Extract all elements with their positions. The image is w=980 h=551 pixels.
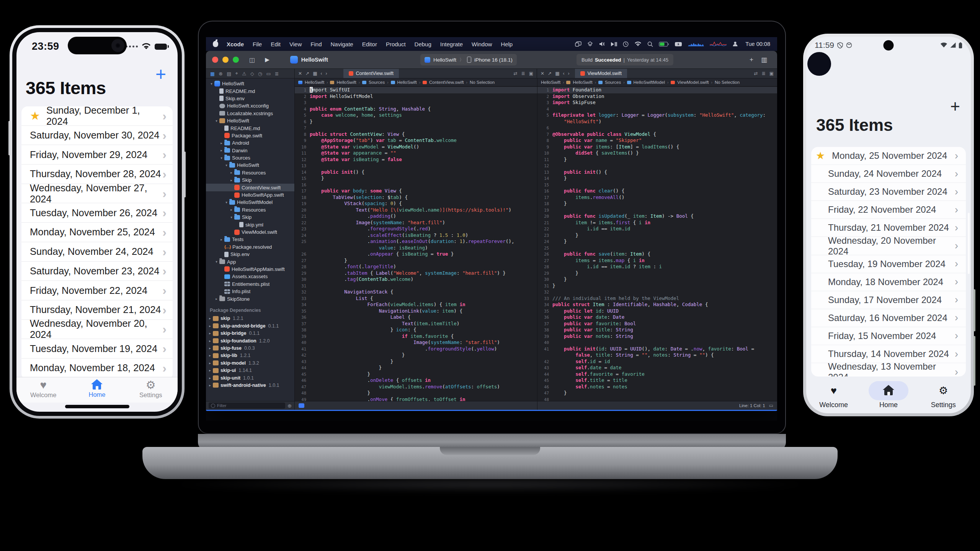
code-line[interactable]: 28 i.id == item.id ? item : i	[537, 264, 777, 270]
code-line[interactable]: 14 }	[537, 175, 777, 182]
menu-item-edit[interactable]: Edit	[271, 41, 281, 47]
file-tree-row[interactable]: HelloSwiftAppMain.swift	[206, 266, 294, 273]
windows-icon[interactable]	[575, 41, 581, 47]
disclosure-open-icon[interactable]: ▾	[224, 163, 229, 167]
filter-field[interactable]: Filter	[209, 403, 285, 409]
code-line[interactable]: 36 Label {	[295, 314, 537, 321]
file-tree-row[interactable]: ViewModel.swift	[206, 228, 294, 236]
wifi-icon[interactable]	[634, 41, 642, 47]
cpu-graph-icon[interactable]	[688, 41, 704, 47]
code-line[interactable]: 23 }	[537, 232, 777, 239]
code-line[interactable]: 17 public var body: some View {	[295, 188, 537, 194]
forward-icon[interactable]: ›	[568, 71, 569, 76]
disclosure-closed-icon[interactable]: ▸	[207, 354, 212, 357]
disclosure-open-icon[interactable]: ▾	[209, 82, 214, 86]
code-line[interactable]: 10 @State var viewModel = ViewModel()	[295, 144, 537, 150]
list-item[interactable]: ★Monday, 25 November 2024›	[811, 147, 966, 165]
tests-icon[interactable]: ◇	[250, 71, 254, 77]
file-tree-row[interactable]: Skip.env	[206, 251, 294, 258]
code-line[interactable]: 26 .onAppear { isBeating = true }	[295, 251, 537, 258]
package-row[interactable]: ▸skip-lib1.2.1	[206, 352, 294, 359]
code-line[interactable]: 27 }	[295, 258, 537, 264]
code-line[interactable]: 46 self.notes = notes	[537, 384, 777, 390]
list-item[interactable]: Wednesday, 20 November 2024›	[811, 236, 966, 254]
profiles-icon[interactable]	[732, 41, 738, 47]
tab-home[interactable]: Home	[861, 379, 916, 412]
file-tree-row[interactable]: ▾HelloSwift	[206, 80, 294, 87]
disclosure-closed-icon[interactable]: ▸	[229, 178, 234, 182]
file-tree-row[interactable]: HelloSwift.xcconfig	[206, 102, 294, 109]
code-line[interactable]: 11 }	[537, 156, 777, 163]
code-line[interactable]: 45 }	[295, 371, 537, 378]
code-line[interactable]: 21 item != items.first { i in	[537, 220, 777, 226]
tab-settings[interactable]: ⚙Settings	[124, 377, 178, 403]
code-line[interactable]: 42 }	[295, 352, 537, 359]
disclosure-closed-icon[interactable]: ▸	[229, 171, 234, 174]
code-line[interactable]: "HelloSwift")	[537, 119, 777, 125]
disclosure-closed-icon[interactable]: ▸	[207, 376, 212, 380]
code-line[interactable]: 9 @AppStorage("tab") var tab = ContentTa…	[295, 137, 537, 144]
close-window-button[interactable]	[212, 57, 218, 63]
code-line[interactable]: 44 self.favorite = favorite	[537, 371, 777, 378]
code-line[interactable]: 35 public let id: UUID	[537, 308, 777, 315]
close-icon[interactable]: ✕	[298, 71, 302, 76]
menu-item-editor[interactable]: Editor	[362, 41, 377, 47]
run-button[interactable]: ▶	[265, 56, 270, 63]
panel-icon[interactable]: ▣	[529, 71, 533, 76]
find-icon[interactable]: ⌖	[235, 71, 238, 77]
menu-item-window[interactable]: Window	[472, 41, 492, 47]
disclosure-closed-icon[interactable]: ▸	[219, 148, 224, 152]
file-tree-row[interactable]: ▸Skip	[206, 176, 294, 184]
panel-icon[interactable]: ▣	[769, 71, 774, 76]
code-line[interactable]: 47 viewModel.items.remove(atOffsets: off…	[295, 384, 537, 390]
network-graph-icon[interactable]	[710, 41, 727, 47]
file-tree-row[interactable]: ▸SkipStone	[206, 295, 294, 302]
debug-icon[interactable]: ◷	[258, 71, 262, 77]
file-tree-row[interactable]: ▾Skip	[206, 214, 294, 221]
menu-item-view[interactable]: View	[289, 41, 302, 47]
code-line[interactable]: 30 }	[537, 276, 777, 283]
editor-mode-icon[interactable]	[299, 403, 304, 408]
disclosure-closed-icon[interactable]: ▸	[207, 346, 212, 350]
list-item[interactable]: Thursday, November 21, 2024›	[21, 300, 173, 320]
code-line[interactable]: false, title: String = "", notes: String…	[537, 352, 777, 359]
code-line[interactable]: 35 NavigationLink(value: item) {	[295, 308, 537, 315]
code-line[interactable]: 47 }	[537, 390, 777, 396]
right-jump-bar[interactable]: HelloSwift›HelloSwift›Sources›HelloSwift…	[537, 78, 777, 86]
disclosure-closed-icon[interactable]: ▸	[207, 339, 212, 343]
disclosure-closed-icon[interactable]: ▸	[219, 238, 224, 241]
left-jump-bar[interactable]: HelloSwift›HelloSwift›Sources›HelloSwift…	[295, 78, 537, 86]
code-line[interactable]: 36 public var date: Date	[537, 314, 777, 321]
file-tree-row[interactable]: Entitlements.plist	[206, 280, 294, 288]
add-editor-button[interactable]: +	[750, 56, 753, 64]
file-tree-row[interactable]: README.md	[206, 124, 294, 132]
list-icon[interactable]: ≣	[762, 71, 766, 76]
code-line[interactable]: 10 didSet { saveItems() }	[537, 150, 777, 156]
disclosure-closed-icon[interactable]: ▸	[207, 383, 212, 387]
package-row[interactable]: ▸skip1.2.1	[206, 315, 294, 322]
menu-item-integrate[interactable]: Integrate	[440, 41, 463, 47]
scrollbar[interactable]	[968, 213, 970, 274]
code-line[interactable]: 48	[537, 396, 777, 401]
code-line[interactable]: 33 List {	[295, 295, 537, 302]
tab-welcome[interactable]: ♥Welcome	[806, 379, 861, 412]
code-line[interactable]: 16	[295, 182, 537, 188]
code-line[interactable]: 3import SkipFuse	[537, 99, 777, 106]
list-item[interactable]: Sunday, 24 November 2024›	[811, 165, 966, 183]
code-line[interactable]: 1import SwiftUI	[295, 87, 537, 93]
home-indicator[interactable]	[65, 405, 129, 408]
code-line[interactable]: 43 }	[295, 359, 537, 365]
list-item[interactable]: Monday, 18 November 2024›	[811, 273, 966, 291]
charging-icon[interactable]	[675, 42, 682, 47]
list-item[interactable]: Tuesday, November 19, 2024›	[21, 339, 173, 358]
code-line[interactable]: 5fileprivate let logger: Logger = Logger…	[537, 112, 777, 119]
left-code-area[interactable]: 1import SwiftUI2import HelloSwiftModel34…	[295, 86, 537, 401]
code-line[interactable]: 34public struct Item : Identifiable, Has…	[537, 302, 777, 308]
code-line[interactable]: 12 @State var isBeating = false	[295, 156, 537, 163]
file-tree-row[interactable]: README.md	[206, 87, 294, 95]
disclosure-open-icon[interactable]: ▾	[229, 215, 234, 219]
search-icon[interactable]	[647, 41, 653, 47]
code-line[interactable]: 1import Foundation	[537, 87, 777, 93]
add-filter-icon[interactable]: ⊕	[287, 403, 292, 409]
code-line[interactable]: 38 } icon: {	[295, 327, 537, 333]
